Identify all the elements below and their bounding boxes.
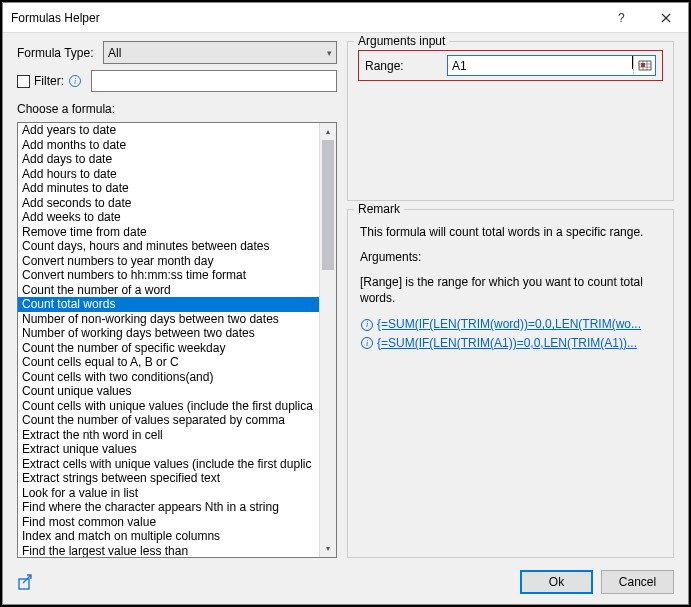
window-title: Formulas Helper [11,11,598,25]
list-item[interactable]: Convert numbers to year month day [18,254,319,269]
remark-description: This formula will count total words in a… [360,224,661,241]
list-item[interactable]: Find where the character appears Nth in … [18,500,319,515]
list-item[interactable]: Number of non-working days between two d… [18,312,319,327]
scroll-down-button[interactable]: ▾ [320,540,336,557]
formula-type-dropdown[interactable]: All ▾ [103,41,337,64]
left-panel: Formula Type: All ▾ Filter: i Choose a f… [17,41,337,558]
list-item[interactable]: Count days, hours and minutes between da… [18,239,319,254]
filter-label: Filter: [34,74,64,88]
list-item[interactable]: Add months to date [18,138,319,153]
footer: Ok Cancel [3,564,688,604]
ok-button[interactable]: Ok [520,570,593,594]
share-icon[interactable] [17,573,35,591]
list-item[interactable]: Add weeks to date [18,210,319,225]
remark-arguments-label: Arguments: [360,249,661,266]
help-button[interactable]: ? [598,3,643,33]
list-item[interactable]: Count cells equal to A, B or C [18,355,319,370]
formula-links: i {=SUM(IF(LEN(TRIM(word))=0,0,LEN(TRIM(… [360,315,661,353]
list-item[interactable]: Count cells with unique values (include … [18,399,319,414]
info-icon[interactable]: i [69,75,81,87]
scroll-up-button[interactable]: ▴ [320,123,336,140]
list-item[interactable]: Count cells with two conditions(and) [18,370,319,385]
range-picker-button[interactable] [633,56,655,75]
list-item[interactable]: Count total words [18,297,319,312]
list-item[interactable]: Count the number of specific weekday [18,341,319,356]
close-button[interactable] [643,3,688,33]
filter-row: Filter: i [17,70,337,92]
remark-fieldset: Remark This formula will count total wor… [347,209,674,558]
formula-link-2[interactable]: i {=SUM(IF(LEN(TRIM(A1))=0,0,LEN(TRIM(A1… [360,334,661,353]
formula-type-row: Formula Type: All ▾ [17,41,337,64]
formula-link-1-text: {=SUM(IF(LEN(TRIM(word))=0,0,LEN(TRIM(wo… [377,316,641,333]
remark-body: This formula will count total words in a… [358,218,663,549]
info-icon: i [361,319,373,331]
arguments-legend: Arguments input [354,34,449,48]
svg-text:?: ? [618,13,625,23]
info-icon: i [361,337,373,349]
list-item[interactable]: Count unique values [18,384,319,399]
content-area: Formula Type: All ▾ Filter: i Choose a f… [3,33,688,564]
list-item[interactable]: Extract strings between specified text [18,471,319,486]
chevron-down-icon: ▾ [327,48,332,58]
remark-legend: Remark [354,202,404,216]
cancel-button[interactable]: Cancel [601,570,674,594]
range-selector-icon [638,59,652,73]
formula-type-value: All [108,46,121,60]
formula-type-label: Formula Type: [17,46,99,60]
list-item[interactable]: Add days to date [18,152,319,167]
arguments-fieldset: Arguments input Range: [347,41,674,201]
right-panel: Arguments input Range: [347,41,674,558]
range-input[interactable] [448,56,632,75]
list-item[interactable]: Find the largest value less than [18,544,319,558]
filter-input[interactable] [91,70,337,92]
formula-listbox[interactable]: Add years to dateAdd months to dateAdd d… [17,122,337,558]
range-label: Range: [365,59,441,73]
filter-checkbox[interactable] [17,75,30,88]
remark-range-desc: [Range] is the range for which you want … [360,274,661,308]
formula-link-1[interactable]: i {=SUM(IF(LEN(TRIM(word))=0,0,LEN(TRIM(… [360,315,661,334]
range-input-wrap [447,55,656,76]
titlebar: Formulas Helper ? [3,3,688,33]
list-item[interactable]: Remove time from date [18,225,319,240]
list-item[interactable]: Convert numbers to hh:mm:ss time format [18,268,319,283]
list-item[interactable]: Count the number of a word [18,283,319,298]
formula-link-2-text: {=SUM(IF(LEN(TRIM(A1))=0,0,LEN(TRIM(A1))… [377,335,637,352]
list-item[interactable]: Number of working days between two dates [18,326,319,341]
range-row: Range: [358,50,663,81]
list-item[interactable]: Extract unique values [18,442,319,457]
list-item[interactable]: Add minutes to date [18,181,319,196]
list-item[interactable]: Count the number of values separated by … [18,413,319,428]
list-item[interactable]: Add seconds to date [18,196,319,211]
list-item[interactable]: Extract cells with unique values (includ… [18,457,319,472]
choose-formula-label: Choose a formula: [17,102,337,116]
list-item[interactable]: Extract the nth word in cell [18,428,319,443]
dialog-window: Formulas Helper ? Formula Type: All ▾ Fi… [2,2,689,605]
list-item[interactable]: Add years to date [18,123,319,138]
scroll-thumb[interactable] [322,140,334,270]
list-item[interactable]: Look for a value in list [18,486,319,501]
scrollbar[interactable]: ▴ ▾ [319,123,336,557]
svg-rect-9 [19,579,29,589]
list-item[interactable]: Find most common value [18,515,319,530]
list-item[interactable]: Add hours to date [18,167,319,182]
list-item[interactable]: Index and match on multiple columns [18,529,319,544]
